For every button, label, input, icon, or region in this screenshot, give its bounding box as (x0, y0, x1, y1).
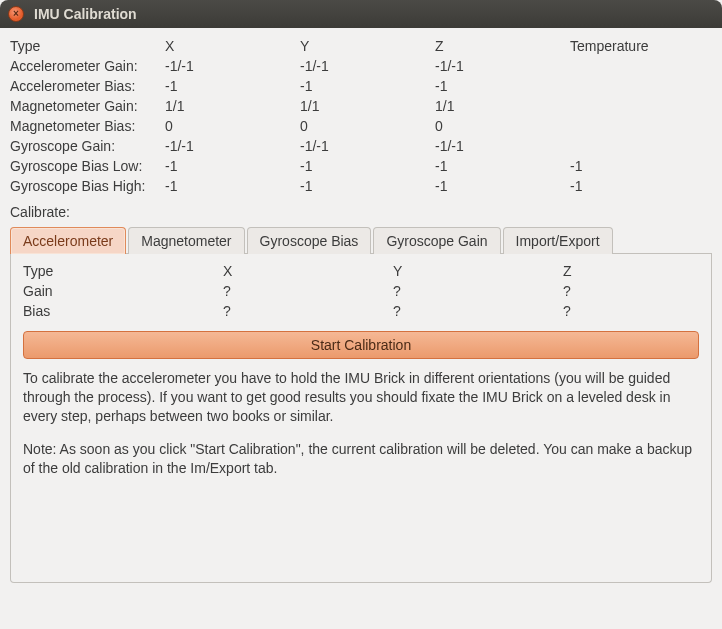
window-title: IMU Calibration (34, 6, 137, 22)
cell (570, 98, 712, 114)
tab-gyroscope-gain[interactable]: Gyroscope Gain (373, 227, 500, 254)
cell: 0 (435, 118, 570, 134)
tab-import-export[interactable]: Import/Export (503, 227, 613, 254)
col-z: Z (435, 38, 570, 54)
col-x: X (165, 38, 300, 54)
cell: -1 (165, 178, 300, 194)
tab-panel-accelerometer: Type X Y Z Gain ? ? ? Bias ? ? ? Start C… (10, 253, 712, 583)
cell: -1 (570, 178, 712, 194)
instructions-text: To calibrate the accelerometer you have … (23, 369, 699, 477)
cell: -1 (435, 158, 570, 174)
instructions-para-2: Note: As soon as you click "Start Calibr… (23, 440, 699, 478)
cell: ? (393, 303, 563, 319)
tab-gyroscope-bias[interactable]: Gyroscope Bias (247, 227, 372, 254)
cell: 0 (300, 118, 435, 134)
cell: -1/-1 (435, 138, 570, 154)
cell: -1/-1 (165, 58, 300, 74)
tab-magnetometer[interactable]: Magnetometer (128, 227, 244, 254)
cell: ? (223, 303, 393, 319)
cell: -1 (435, 78, 570, 94)
cell: 1/1 (300, 98, 435, 114)
tab-bar: Accelerometer Magnetometer Gyroscope Bia… (10, 226, 712, 254)
row-gyro-bias-low-label: Gyroscope Bias Low: (10, 158, 165, 174)
cell: ? (223, 283, 393, 299)
row-mag-bias-label: Magnetometer Bias: (10, 118, 165, 134)
calibration-readout-table: Type X Y Z Temperature Accelerometer Gai… (10, 38, 712, 194)
cell: -1/-1 (435, 58, 570, 74)
cell (570, 78, 712, 94)
panel-col-x: X (223, 263, 393, 279)
cell: -1/-1 (300, 138, 435, 154)
row-accel-gain-label: Accelerometer Gain: (10, 58, 165, 74)
tab-accelerometer[interactable]: Accelerometer (10, 227, 126, 254)
main-content: Type X Y Z Temperature Accelerometer Gai… (0, 28, 722, 593)
cell: -1 (300, 78, 435, 94)
cell: 1/1 (435, 98, 570, 114)
cell: -1 (300, 178, 435, 194)
panel-col-type: Type (23, 263, 223, 279)
col-type: Type (10, 38, 165, 54)
cell: -1 (165, 158, 300, 174)
panel-row-bias-label: Bias (23, 303, 223, 319)
col-y: Y (300, 38, 435, 54)
cell: -1 (300, 158, 435, 174)
cell: -1 (435, 178, 570, 194)
row-mag-gain-label: Magnetometer Gain: (10, 98, 165, 114)
row-gyro-gain-label: Gyroscope Gain: (10, 138, 165, 154)
cell (570, 118, 712, 134)
window-titlebar: × IMU Calibration (0, 0, 722, 28)
calibrate-label: Calibrate: (10, 204, 712, 220)
cell (570, 138, 712, 154)
cell: -1 (570, 158, 712, 174)
panel-row-gain-label: Gain (23, 283, 223, 299)
cell: ? (563, 303, 699, 319)
panel-col-z: Z (563, 263, 699, 279)
start-calibration-button[interactable]: Start Calibration (23, 331, 699, 359)
col-temp: Temperature (570, 38, 712, 54)
cell: -1/-1 (165, 138, 300, 154)
cell (570, 58, 712, 74)
close-icon[interactable]: × (8, 6, 24, 22)
row-accel-bias-label: Accelerometer Bias: (10, 78, 165, 94)
panel-col-y: Y (393, 263, 563, 279)
cell: 1/1 (165, 98, 300, 114)
instructions-para-1: To calibrate the accelerometer you have … (23, 369, 699, 426)
cell: ? (393, 283, 563, 299)
cell: ? (563, 283, 699, 299)
panel-readout-table: Type X Y Z Gain ? ? ? Bias ? ? ? (23, 263, 699, 319)
cell: -1/-1 (300, 58, 435, 74)
cell: 0 (165, 118, 300, 134)
cell: -1 (165, 78, 300, 94)
row-gyro-bias-high-label: Gyroscope Bias High: (10, 178, 165, 194)
